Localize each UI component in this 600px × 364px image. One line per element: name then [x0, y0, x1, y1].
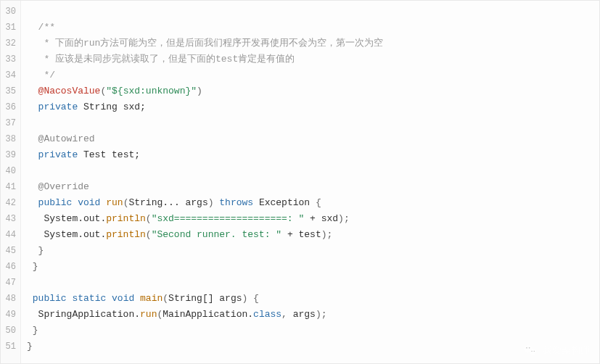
code-token: (: [146, 213, 152, 224]
line-number: 34: [1, 67, 16, 83]
code-token: );: [316, 309, 327, 320]
code-token: throws: [219, 197, 253, 208]
code-line: @Override: [27, 179, 593, 195]
line-number: 48: [1, 291, 16, 307]
code-token: [27, 86, 38, 96]
line-number-gutter: 3031323334353637383940414243444546474849…: [1, 1, 21, 363]
code-token: String sxd;: [78, 102, 146, 112]
code-token: */: [27, 70, 55, 80]
line-number: 47: [1, 275, 16, 291]
line-number: 38: [1, 131, 16, 147]
code-line: @NacosValue("${sxd:unknown}"): [27, 83, 593, 99]
code-line: [27, 115, 593, 131]
code-token: args: [293, 309, 316, 320]
svg-point-5: [534, 351, 535, 352]
code-token: SpringApplication.: [27, 309, 140, 320]
code-token: "Second runner. test: ": [152, 229, 281, 240]
svg-point-3: [529, 347, 530, 349]
code-line: public void run(String... args) throws E…: [27, 195, 593, 211]
watermark-text: 我爱架构师: [543, 344, 590, 357]
code-token: String[] args: [168, 293, 242, 304]
code-token: "${sxd:unknown}": [106, 86, 197, 96]
line-number: 35: [1, 83, 16, 99]
code-editor: 3031323334353637383940414243444546474849…: [0, 0, 600, 364]
code-line: [27, 163, 593, 179]
line-number: 40: [1, 163, 16, 179]
code-token: ): [208, 197, 220, 208]
line-number: 31: [1, 20, 16, 36]
code-token: MainApplication.: [163, 309, 253, 320]
code-token: [134, 293, 140, 304]
code-token: println: [106, 213, 146, 224]
code-token: [27, 149, 38, 160]
line-number: 50: [1, 323, 16, 339]
code-token: }: [27, 245, 44, 256]
code-token: public static void: [33, 293, 134, 304]
code-token: {: [316, 197, 321, 208]
code-token: }: [27, 261, 38, 272]
line-number: 51: [1, 339, 16, 355]
code-line: private String sxd;: [27, 99, 593, 115]
code-token: + test: [281, 229, 321, 240]
line-number: 36: [1, 99, 16, 115]
code-token: }: [27, 341, 33, 352]
line-number: 39: [1, 147, 16, 163]
code-token: println: [106, 229, 146, 240]
code-token: public void: [38, 197, 101, 208]
code-line: SpringApplication.run(MainApplication.cl…: [27, 307, 593, 323]
code-token: String... args: [128, 197, 207, 208]
code-token: );: [321, 229, 333, 240]
code-token: [27, 181, 38, 192]
code-token: run: [140, 309, 157, 320]
code-token: Exception: [253, 197, 316, 208]
code-line: }: [27, 323, 593, 339]
code-line: /**: [27, 20, 593, 36]
line-number: 43: [1, 211, 16, 227]
code-token: @Autowired: [38, 133, 95, 144]
code-line: [27, 4, 593, 20]
code-line: System.out.println("Second runner. test:…: [27, 227, 593, 243]
wechat-icon: [522, 342, 538, 358]
code-token: private: [38, 149, 78, 160]
svg-point-2: [526, 347, 527, 349]
code-token: @Override: [38, 181, 89, 192]
line-number: 33: [1, 51, 16, 67]
code-token: ): [197, 86, 202, 96]
code-line: public static void main(String[] args) {: [27, 291, 593, 307]
line-number: 49: [1, 307, 16, 323]
code-token: private: [38, 102, 78, 112]
line-number: 44: [1, 227, 16, 243]
line-number: 42: [1, 195, 16, 211]
code-token: Test test;: [78, 149, 140, 160]
code-line: private Test test;: [27, 147, 593, 163]
code-token: }: [27, 325, 38, 336]
line-number: 30: [1, 4, 16, 20]
code-token: run: [106, 197, 123, 208]
code-token: "sxd====================: ": [152, 213, 305, 224]
code-token: ) {: [242, 293, 259, 304]
code-token: * 应该是未同步完就读取了，但是下面的test肯定是有值的: [27, 54, 295, 65]
code-line: [27, 275, 593, 291]
code-token: (: [146, 229, 152, 240]
code-token: [27, 197, 38, 208]
code-token: main: [140, 293, 163, 304]
code-token: (: [163, 293, 168, 304]
svg-point-4: [531, 351, 532, 352]
code-line: * 下面的run方法可能为空，但是后面我们程序开发再使用不会为空，第一次为空: [27, 36, 593, 51]
code-token: [27, 102, 38, 112]
line-number: 45: [1, 243, 16, 259]
code-line: }: [27, 259, 593, 275]
code-token: );: [338, 213, 350, 224]
code-line: }: [27, 339, 593, 355]
watermark: 我爱架构师: [522, 342, 590, 358]
code-token: [27, 293, 33, 304]
line-number: 41: [1, 179, 16, 195]
line-number: 46: [1, 259, 16, 275]
line-number: 32: [1, 36, 16, 51]
code-token: * 下面的run方法可能为空，但是后面我们程序开发再使用不会为空，第一次为空: [27, 38, 383, 49]
code-token: class: [253, 309, 281, 320]
code-line: */: [27, 67, 593, 83]
code-token: /**: [27, 22, 55, 33]
code-line: }: [27, 243, 593, 259]
code-line: System.out.println("sxd=================…: [27, 211, 593, 227]
